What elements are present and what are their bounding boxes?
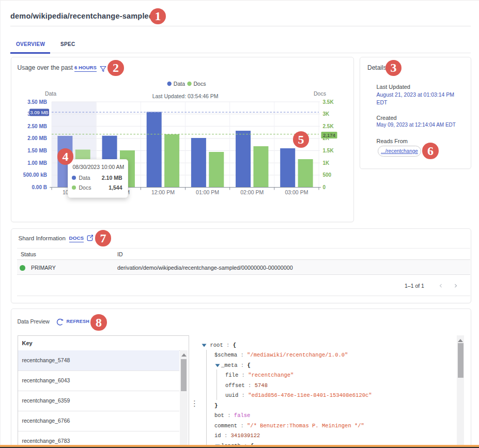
svg-text:01:00 PM: 01:00 PM	[196, 189, 219, 195]
svg-text:500.00 kB: 500.00 kB	[23, 172, 47, 178]
svg-text:2.50 MB: 2.50 MB	[27, 123, 47, 129]
svg-text:Docs: Docs	[314, 90, 326, 97]
svg-text:3K: 3K	[323, 111, 330, 117]
svg-text:3.50 MB: 3.50 MB	[27, 99, 47, 105]
svg-text:0: 0	[323, 184, 326, 190]
svg-text:Docs: Docs	[194, 81, 206, 87]
svg-text:0.00 B: 0.00 B	[32, 184, 47, 190]
svg-text:3.09 MB: 3.09 MB	[30, 110, 48, 115]
svg-text:Data: Data	[45, 90, 56, 97]
svg-text:02:00 PM: 02:00 PM	[240, 189, 264, 195]
svg-text:3.5K: 3.5K	[323, 99, 334, 105]
svg-text:1.5K: 1.5K	[323, 148, 334, 153]
svg-text:500: 500	[323, 172, 332, 178]
svg-text:03:00 PM: 03:00 PM	[285, 189, 308, 195]
svg-text:2.5K: 2.5K	[323, 123, 334, 129]
svg-text:Data: Data	[174, 81, 185, 87]
svg-text:Last Updated: 03:54:46 PM: Last Updated: 03:54:46 PM	[152, 93, 219, 99]
svg-text:12:00 PM: 12:00 PM	[151, 189, 175, 195]
svg-text:1.00 MB: 1.00 MB	[27, 160, 47, 166]
svg-text:1K: 1K	[323, 160, 330, 166]
svg-text:2.00 MB: 2.00 MB	[27, 135, 47, 141]
svg-text:2,174: 2,174	[323, 132, 335, 138]
svg-text:1.50 MB: 1.50 MB	[27, 148, 47, 153]
